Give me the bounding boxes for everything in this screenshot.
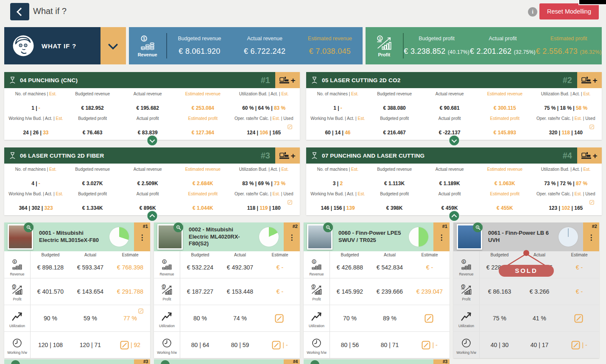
edit-icon[interactable] bbox=[589, 125, 594, 131]
edit-icon[interactable] bbox=[571, 341, 580, 350]
group-card-header: 07 PUNCHING AND LASER CUTTING #4 + bbox=[306, 147, 602, 164]
zoom-photo-button bbox=[11, 360, 20, 364]
table-row: Utilization 90 % 59 % 77 % bbox=[4, 305, 150, 331]
stat-label: Working h/w Bud. | Act. | Est. bbox=[8, 116, 63, 127]
menu-dots-icon[interactable]: ⋮ bbox=[438, 234, 445, 241]
plus-icon: + bbox=[592, 76, 597, 84]
machine-group-card: 07 PUNCHING AND LASER CUTTING #4 + No. o… bbox=[306, 147, 602, 215]
stat-cell: Utilization Bud. | Act. | Est. 75 % | 18… bbox=[532, 91, 599, 115]
stat-label: Estimated profit bbox=[479, 116, 531, 127]
budgeted-profit-col: Budgeted profit € 3.238.852 (40.17%) bbox=[404, 36, 470, 56]
machine-card-partial[interactable]: #3 bbox=[4, 359, 150, 364]
edit-icon[interactable] bbox=[589, 200, 594, 206]
stat-cell: Working h/w Bud. | Act. | Est. 60 | 14 |… bbox=[309, 115, 367, 140]
table-row: Working h/w 80 | 64 80 | 59 | - bbox=[154, 331, 300, 358]
machine-card-partial[interactable]: #3 bbox=[304, 359, 450, 364]
stat-label: No. of machines | Est. bbox=[310, 167, 365, 178]
estimated-revenue-col: Estimated revenue € 7.038.045 bbox=[297, 36, 363, 56]
revenue-summary-panel: Revenue Budgeted revenue € 8.061.920 Act… bbox=[129, 27, 363, 64]
zoom-photo-button[interactable] bbox=[173, 222, 183, 232]
group-collapse-toggle[interactable] bbox=[448, 210, 460, 222]
table-row: Working h/w 80 | 56 80 | 71 | - bbox=[304, 331, 450, 358]
stat-cell: Actual revenue € 2.509K bbox=[120, 166, 175, 191]
edit-icon[interactable] bbox=[275, 314, 284, 323]
edit-icon[interactable] bbox=[138, 308, 143, 314]
budgeted-col-header: Budgeted bbox=[180, 253, 220, 257]
machine-card-side-strip: #1 ⋮ bbox=[433, 222, 450, 251]
machine-icon bbox=[279, 152, 290, 159]
back-button[interactable] bbox=[10, 3, 29, 20]
row-icon-cell: Profit bbox=[4, 278, 31, 305]
edit-icon[interactable] bbox=[272, 341, 281, 350]
zoom-photo-button[interactable] bbox=[24, 222, 34, 232]
machine-card-body: Budgeted Actual Estimate Revenue € 228.6… bbox=[453, 251, 599, 358]
reset-modelling-button[interactable]: Reset Modelling bbox=[539, 3, 599, 19]
stat-value: 320 | 118 | 140 bbox=[534, 130, 598, 136]
stat-label: Budgeted revenue bbox=[369, 92, 420, 102]
actual-value: 89 % bbox=[370, 305, 410, 331]
add-machine-button[interactable]: + bbox=[577, 147, 602, 164]
actual-profit-value: € 2.201.262 (32.75%) bbox=[470, 47, 536, 56]
profit-summary-panel: Profit Budgeted profit € 3.238.852 (40.1… bbox=[366, 27, 602, 64]
edit-icon[interactable] bbox=[574, 314, 583, 323]
stat-label: Actual revenue bbox=[424, 92, 475, 102]
estimate-cell bbox=[410, 305, 450, 331]
stat-cell: Estimated revenue € 2.684K bbox=[175, 166, 230, 191]
stat-value: 60 % | 64 % | 83 % bbox=[232, 105, 296, 111]
add-machine-button[interactable]: + bbox=[275, 147, 300, 164]
menu-dots-icon[interactable]: ⋮ bbox=[588, 234, 595, 241]
edit-icon[interactable] bbox=[424, 314, 433, 323]
stat-value: € 1.044K bbox=[177, 205, 229, 211]
estimate-value: € 239.047 bbox=[416, 288, 443, 295]
stat-label: Oper. rate/hr Calc. | Est. | Used bbox=[232, 192, 296, 202]
estimate-value: | - bbox=[432, 342, 437, 348]
stat-label: Budgeted profit bbox=[67, 192, 118, 202]
zoom-photo-button[interactable] bbox=[323, 222, 333, 232]
machine-title: 0060 - Finn-Power LPE5 SWUV / TR025 bbox=[338, 230, 403, 244]
page-title: What if ? bbox=[33, 6, 67, 16]
edit-icon[interactable] bbox=[288, 200, 292, 206]
group-stats-grid: No. of machines | Est. 4 | - Budgeted re… bbox=[4, 164, 300, 215]
estimate-cell: € 291.788 bbox=[110, 278, 150, 305]
machine-card-body: Budgeted Actual Estimate Revenue € 426.8… bbox=[304, 251, 450, 358]
stat-value: 124 | 106 | 165 bbox=[232, 130, 296, 136]
estimate-cell: € - bbox=[559, 278, 599, 305]
group-rank: #1 bbox=[261, 75, 275, 85]
add-machine-button[interactable]: + bbox=[275, 72, 300, 88]
edit-icon[interactable] bbox=[288, 125, 292, 131]
budgeted-revenue-value: € 8.061.920 bbox=[167, 47, 232, 56]
revenue-icon bbox=[161, 259, 173, 270]
machine-metric-rows: Revenue € 898.128 € 593.347 € 768.398 bbox=[4, 251, 150, 358]
actual-revenue-col: Actual revenue € 6.722.242 bbox=[232, 36, 297, 56]
group-collapse-toggle[interactable] bbox=[146, 210, 158, 222]
add-machine-button[interactable]: + bbox=[577, 72, 602, 88]
menu-dots-icon[interactable]: ⋮ bbox=[139, 234, 146, 241]
actual-value: 120 | 71 bbox=[70, 332, 110, 358]
machine-rank: #3 bbox=[143, 359, 148, 364]
stat-label: Estimated revenue bbox=[177, 92, 229, 102]
machine-card-body: Budgeted Actual Estimate Revenue € 898.1… bbox=[4, 251, 150, 358]
stat-cell: Budgeted profit € 1.334K bbox=[65, 191, 120, 215]
menu-dots-icon[interactable]: ⋮ bbox=[288, 234, 296, 241]
group-collapse-toggle[interactable] bbox=[146, 135, 158, 146]
budgeted-value: € 145.992 bbox=[330, 278, 370, 305]
group-collapse-toggle[interactable] bbox=[448, 135, 460, 146]
whatif-panel-main: WHAT IF ? bbox=[4, 27, 101, 64]
whatif-dropdown-button[interactable] bbox=[101, 27, 126, 64]
row-icon-cell: Utilization bbox=[453, 305, 480, 331]
machine-card-partial[interactable]: #4 bbox=[154, 359, 300, 364]
table-row: Utilization 75 % 41 % bbox=[453, 305, 599, 331]
machine-rank: #3 bbox=[443, 359, 447, 364]
stat-value: € 195.682 bbox=[122, 105, 173, 111]
row-label: Profit bbox=[462, 297, 471, 301]
machine-rank: #2 bbox=[592, 224, 597, 229]
zoom-photo-button[interactable] bbox=[473, 222, 483, 232]
edit-icon[interactable] bbox=[422, 341, 430, 350]
estimated-profit-col: Estimated profit € 2.556.473 (36.32%) bbox=[536, 36, 602, 56]
edit-icon[interactable] bbox=[120, 341, 129, 350]
info-icon[interactable]: i bbox=[528, 7, 537, 17]
magnifier-icon bbox=[176, 225, 182, 231]
stat-value: € 253.084 bbox=[177, 105, 229, 111]
row-label: Utilization bbox=[159, 324, 175, 328]
chevron-icon bbox=[451, 214, 457, 220]
